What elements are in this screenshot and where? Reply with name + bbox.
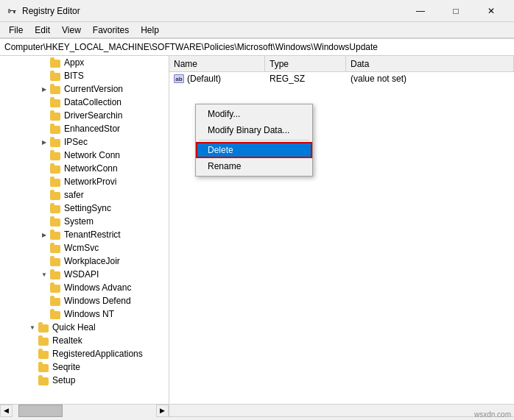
tree-item-appx[interactable]: Appx xyxy=(0,56,169,69)
expander-wsdapi[interactable] xyxy=(38,268,50,280)
tree-item-networkconn2[interactable]: NetworkConn xyxy=(0,162,169,175)
context-menu-rename[interactable]: Rename xyxy=(196,158,312,174)
menu-edit[interactable]: Edit xyxy=(29,24,56,37)
list-item-default[interactable]: ab (Default) REG_SZ (value not set) xyxy=(169,72,514,85)
folder-icon-currentversion xyxy=(50,84,62,94)
hscroll-right-btn[interactable]: ▶ xyxy=(156,405,169,417)
folder-icon-windowsdefend xyxy=(50,296,62,306)
title-bar: 🗝 Registry Editor — □ ✕ xyxy=(0,0,514,22)
tree-item-ipsec[interactable]: IPSec xyxy=(0,135,169,149)
hscroll-track-tree[interactable] xyxy=(13,405,156,417)
expander-realtek xyxy=(27,335,38,346)
expander-quickheal[interactable] xyxy=(27,321,38,333)
tree-scroll[interactable]: Appx BITS CurrentVersion DataCollection xyxy=(0,56,169,404)
tree-label-registeredapps: RegisteredApplications xyxy=(52,349,143,359)
tree-item-settingsync[interactable]: SettingSync xyxy=(0,202,169,215)
tree-label-settingsync: SettingSync xyxy=(64,203,111,213)
tree-item-realtek[interactable]: Realtek xyxy=(0,334,169,347)
tree-label-windowsdefend: Windows Defend xyxy=(64,296,131,306)
expander-ipsec[interactable] xyxy=(38,136,50,148)
tree-label-networkconn2: NetworkConn xyxy=(64,163,118,174)
tree-label-workplacejoir: WorkplaceJoir xyxy=(64,256,120,266)
header-name[interactable]: Name xyxy=(169,56,265,71)
folder-icon-tenantrestrict xyxy=(50,229,62,240)
close-button[interactable]: ✕ xyxy=(474,0,508,22)
tree-item-wsdapi[interactable]: WSDAPI xyxy=(0,268,169,281)
tree-item-quickheal[interactable]: Quick Heal xyxy=(0,321,169,334)
tree-label-setup: Setup xyxy=(52,375,75,385)
header-data[interactable]: Data xyxy=(346,56,514,71)
tree-label-enhancedstor: EnhancedStor xyxy=(64,124,120,134)
expander-tenantrestrict[interactable] xyxy=(38,229,50,241)
tree-item-windowsnt[interactable]: Windows NT xyxy=(0,307,169,321)
folder-icon-ipsec xyxy=(50,137,62,147)
expander-wcmsvc xyxy=(38,242,50,254)
tree-label-wsdapi: WSDAPI xyxy=(64,269,99,280)
app-icon: 🗝 xyxy=(6,5,18,17)
expander-currentversion[interactable] xyxy=(38,83,50,95)
expander-appx xyxy=(38,57,50,68)
tree-item-registeredapps[interactable]: RegisteredApplications xyxy=(0,347,169,360)
context-menu-delete[interactable]: Delete xyxy=(196,142,312,158)
tree-label-appx: Appx xyxy=(64,57,84,68)
hscroll-left-btn[interactable]: ◀ xyxy=(0,405,13,417)
expander-enhancedstor xyxy=(38,123,50,135)
expander-networkprovi xyxy=(38,176,50,188)
folder-icon-safer xyxy=(50,190,62,200)
tree-item-currentversion[interactable]: CurrentVersion xyxy=(0,82,169,96)
hscroll-thumb-tree[interactable] xyxy=(18,405,63,417)
folder-icon-datacollection xyxy=(50,97,62,107)
menu-file[interactable]: File xyxy=(3,24,29,37)
expander-system xyxy=(38,216,50,227)
tree-item-tenantrestrict[interactable]: TenantRestrict xyxy=(0,228,169,241)
expander-windowsnt xyxy=(38,308,50,320)
tree-item-safer[interactable]: safer xyxy=(0,188,169,202)
tree-item-networkconn1[interactable]: Network Conn xyxy=(0,149,169,162)
context-menu-separator xyxy=(199,140,309,140)
tree-label-networkconn1: Network Conn xyxy=(64,150,120,160)
tree-item-setup[interactable]: Setup xyxy=(0,374,169,387)
expander-windowsdefend xyxy=(38,295,50,307)
menu-view[interactable]: View xyxy=(56,24,87,37)
tree-label-datacollection: DataCollection xyxy=(64,97,122,107)
folder-icon-networkconn1 xyxy=(50,150,62,160)
context-menu-modify-binary[interactable]: Modify Binary Data... xyxy=(196,122,312,138)
expander-workplacejoir xyxy=(38,255,50,267)
folder-icon-enhancedstor xyxy=(50,124,62,134)
folder-icon-wcmsvc xyxy=(50,243,62,253)
tree-item-system[interactable]: System xyxy=(0,215,169,228)
window-controls: — □ ✕ xyxy=(404,0,508,22)
tree-panel: Appx BITS CurrentVersion DataCollection xyxy=(0,56,169,404)
expander-networkconn1 xyxy=(38,149,50,161)
context-menu-modify[interactable]: Modify... xyxy=(196,106,312,122)
expander-networkconn2 xyxy=(38,163,50,174)
tree-item-datacollection[interactable]: DataCollection xyxy=(0,96,169,109)
folder-icon-realtek xyxy=(38,335,50,346)
tree-item-wcmsvc[interactable]: WcmSvc xyxy=(0,241,169,255)
tree-label-currentversion: CurrentVersion xyxy=(64,84,123,94)
menu-help[interactable]: Help xyxy=(135,24,165,37)
folder-icon-seqrite xyxy=(38,362,50,372)
tree-item-driversearchin[interactable]: DriverSearchin xyxy=(0,109,169,122)
tree-item-enhancedstor[interactable]: EnhancedStor xyxy=(0,122,169,135)
tree-item-seqrite[interactable]: Seqrite xyxy=(0,360,169,374)
tree-label-windowsadvanc: Windows Advanc xyxy=(64,282,131,293)
minimize-button[interactable]: — xyxy=(404,0,437,22)
folder-icon-driversearchin xyxy=(50,110,62,121)
tree-item-workplacejoir[interactable]: WorkplaceJoir xyxy=(0,255,169,268)
folder-icon-appx xyxy=(50,57,62,68)
tree-label-tenantrestrict: TenantRestrict xyxy=(64,229,121,240)
tree-item-windowsdefend[interactable]: Windows Defend xyxy=(0,294,169,307)
cell-type-default: REG_SZ xyxy=(265,74,346,84)
expander-safer xyxy=(38,189,50,201)
maximize-button[interactable]: □ xyxy=(439,0,473,22)
tree-item-networkprovi[interactable]: NetworkProvi xyxy=(0,175,169,188)
tree-label-safer: safer xyxy=(64,190,84,200)
folder-icon-system xyxy=(50,216,62,227)
tree-item-windowsadvanc[interactable]: Windows Advanc xyxy=(0,281,169,294)
tree-label-windowsnt: Windows NT xyxy=(64,309,114,319)
tree-label-realtek: Realtek xyxy=(52,335,82,346)
tree-item-bits[interactable]: BITS xyxy=(0,69,169,82)
header-type[interactable]: Type xyxy=(265,56,346,71)
menu-favorites[interactable]: Favorites xyxy=(87,24,135,37)
